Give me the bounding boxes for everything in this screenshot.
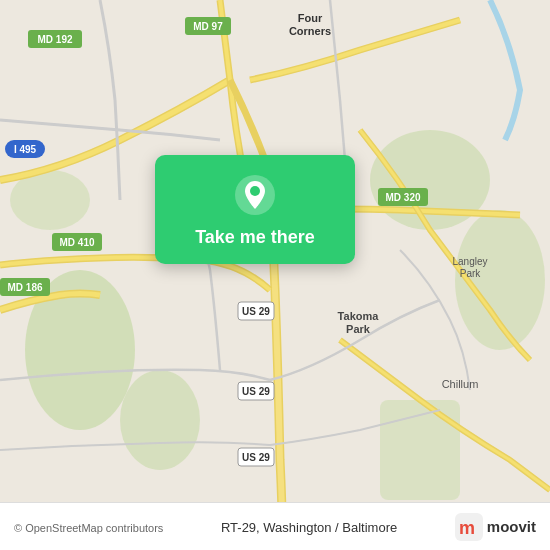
attribution-label: © OpenStreetMap contributors [14, 522, 163, 534]
svg-text:Four: Four [298, 12, 323, 24]
location-pin-icon [233, 173, 277, 217]
svg-text:MD 97: MD 97 [193, 21, 223, 32]
svg-text:US 29: US 29 [242, 386, 270, 397]
bottom-bar: © OpenStreetMap contributors RT-29, Wash… [0, 502, 550, 550]
route-info: RT-29, Washington / Baltimore [163, 518, 454, 536]
svg-text:MD 320: MD 320 [385, 192, 420, 203]
svg-text:Park: Park [460, 268, 482, 279]
svg-text:US 29: US 29 [242, 306, 270, 317]
map-container: MD 192 MD 97 Four Corners I 495 MD 320 M… [0, 0, 550, 550]
route-label: RT-29, Washington / Baltimore [221, 520, 397, 535]
svg-text:MD 186: MD 186 [7, 282, 42, 293]
svg-text:Corners: Corners [289, 25, 331, 37]
svg-point-2 [120, 370, 200, 470]
popup-card[interactable]: Take me there [155, 155, 355, 264]
svg-text:US 29: US 29 [242, 452, 270, 463]
svg-text:m: m [459, 518, 475, 538]
svg-text:Takoma: Takoma [338, 310, 380, 322]
svg-text:Langley: Langley [452, 256, 487, 267]
svg-text:MD 410: MD 410 [59, 237, 94, 248]
svg-text:MD 192: MD 192 [37, 34, 72, 45]
attribution-text: © OpenStreetMap contributors [14, 518, 163, 536]
svg-text:I 495: I 495 [14, 144, 37, 155]
svg-text:Chillum: Chillum [442, 378, 479, 390]
svg-point-33 [250, 186, 260, 196]
moovit-logo: m moovit [455, 513, 536, 541]
moovit-text: moovit [487, 518, 536, 535]
take-me-there-button[interactable]: Take me there [195, 227, 315, 248]
moovit-logo-icon: m [455, 513, 483, 541]
svg-text:Park: Park [346, 323, 371, 335]
